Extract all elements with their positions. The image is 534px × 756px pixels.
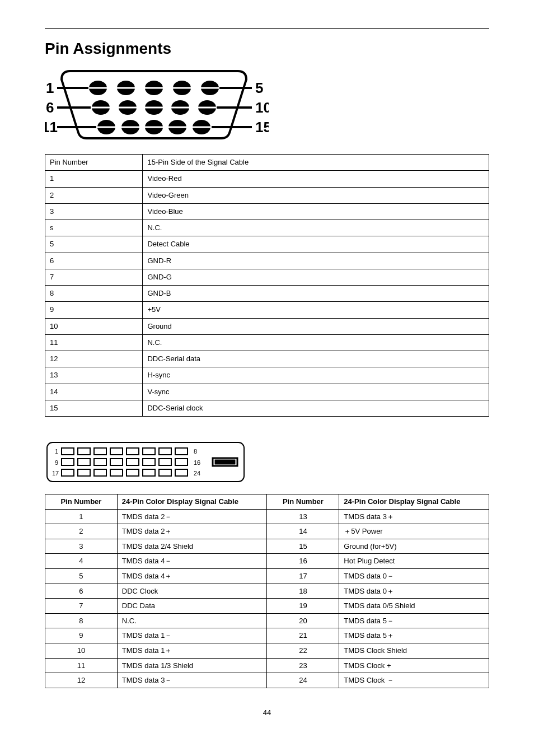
dvi-connector-diagram: 1 8 9 16 17 24 <box>45 440 246 484</box>
svg-rect-51 <box>159 459 171 465</box>
svg-rect-54 <box>78 469 90 476</box>
pin-number-cell: 11 <box>45 658 118 673</box>
signal-cell: TMDS data 0/5 Shield <box>339 599 489 614</box>
vga-label-6: 6 <box>46 99 54 116</box>
pin-number-cell: 18 <box>267 584 339 599</box>
svg-rect-42 <box>143 448 155 455</box>
svg-rect-48 <box>110 459 123 465</box>
signal-cell: TMDS Clock Shield <box>339 643 489 658</box>
dvi-label-17: 17 <box>52 470 59 477</box>
vga-pin-table: Pin Number 15-Pin Side of the Signal Cab… <box>45 154 489 417</box>
page-body: Pin Assignments <box>0 40 534 734</box>
pin-number-cell: 14 <box>45 384 143 400</box>
pin-number-cell: 19 <box>267 599 339 614</box>
table-row: 14V-sync <box>45 384 489 400</box>
table-row: 12DDC-Serial data <box>45 351 489 367</box>
table-row: 2TMDS data 2＋14＋5V Power <box>45 524 489 539</box>
table-row: 4TMDS data 4－16Hot Plug Detect <box>45 554 489 569</box>
signal-cell: N.C. <box>143 220 489 236</box>
vga-label-1: 1 <box>46 80 54 96</box>
signal-cell: Detect Cable <box>143 236 489 253</box>
table-row: 10TMDS data 1＋22TMDS Clock Shield <box>45 643 489 658</box>
svg-rect-37 <box>62 448 74 455</box>
top-rule <box>45 28 489 29</box>
svg-rect-41 <box>127 448 139 455</box>
page-title: Pin Assignments <box>45 40 489 58</box>
table-row: 9TMDS data 1－21TMDS data 5＋ <box>45 628 489 643</box>
svg-rect-52 <box>175 459 188 465</box>
svg-rect-46 <box>78 459 90 465</box>
table-row: 9+5V <box>45 302 489 318</box>
table-row: 2Video-Green <box>45 187 489 203</box>
pin-number-cell: 8 <box>45 286 143 302</box>
signal-cell: N.C. <box>117 613 267 628</box>
pin-number-cell: 2 <box>45 524 118 539</box>
table-row: 3Video-Blue <box>45 203 489 220</box>
signal-cell: DDC-Serial clock <box>143 400 489 416</box>
signal-cell: TMDS data 1＋ <box>117 643 267 658</box>
header-signal-left: 24-Pin Color Display Signal Cable <box>117 494 267 510</box>
table-row: Pin Number 24-Pin Color Display Signal C… <box>45 494 489 510</box>
signal-cell: DDC Data <box>117 599 267 614</box>
svg-rect-60 <box>175 469 188 476</box>
svg-rect-40 <box>110 448 123 455</box>
signal-cell: N.C. <box>143 334 489 351</box>
header-pin-number-right: Pin Number <box>267 494 339 510</box>
vga-connector-diagram: 1 6 11 5 10 15 <box>45 66 269 144</box>
svg-rect-47 <box>94 459 106 465</box>
svg-rect-45 <box>62 459 74 465</box>
dvi-label-16: 16 <box>194 459 200 466</box>
signal-cell: TMDS data 3－ <box>117 673 267 688</box>
table-row: 6GND-R <box>45 253 489 269</box>
svg-rect-38 <box>78 448 90 455</box>
svg-rect-50 <box>143 459 155 465</box>
svg-rect-55 <box>94 469 106 476</box>
svg-rect-59 <box>159 469 171 476</box>
pin-number-cell: 20 <box>267 613 339 628</box>
pin-number-cell: 12 <box>45 351 143 367</box>
signal-cell: Hot Plug Detect <box>339 554 489 569</box>
pin-number-cell: 13 <box>267 509 339 524</box>
pin-number-cell: 7 <box>45 269 143 285</box>
pin-number-cell: 1 <box>45 171 143 187</box>
pin-number-cell: 17 <box>267 568 339 584</box>
signal-cell: Ground (for+5V) <box>339 539 489 554</box>
pin-number-cell: 5 <box>45 568 118 584</box>
signal-cell: TMDS data 3＋ <box>339 509 489 524</box>
pin-number-cell: 10 <box>45 643 118 658</box>
signal-cell: Video-Green <box>143 187 489 203</box>
signal-cell: Video-Blue <box>143 203 489 220</box>
signal-cell: GND-B <box>143 286 489 302</box>
pin-number-cell: 2 <box>45 187 143 203</box>
pin-number-cell: 5 <box>45 236 143 253</box>
signal-cell: TMDS data 4＋ <box>117 568 267 584</box>
header-pin-number-left: Pin Number <box>45 494 118 510</box>
pin-number-cell: s <box>45 220 143 236</box>
vga-label-11: 11 <box>45 119 58 136</box>
signal-cell: Ground <box>143 318 489 334</box>
table-row: 3TMDS data 2/4 Shield15Ground (for+5V) <box>45 539 489 554</box>
signal-cell: TMDS data 0－ <box>339 568 489 584</box>
table-row: 7DDC Data19TMDS data 0/5 Shield <box>45 599 489 614</box>
svg-rect-57 <box>127 469 139 476</box>
pin-number-cell: 6 <box>45 253 143 269</box>
svg-rect-39 <box>94 448 106 455</box>
signal-cell: H-sync <box>143 367 489 384</box>
pin-number-cell: 4 <box>45 554 118 569</box>
table-row: 13H-sync <box>45 367 489 384</box>
table-row: 8N.C.20TMDS data 5－ <box>45 613 489 628</box>
pin-number-cell: 6 <box>45 584 118 599</box>
dvi-label-9: 9 <box>55 459 58 466</box>
table-row: 7GND-G <box>45 269 489 285</box>
pin-number-cell: 21 <box>267 628 339 643</box>
svg-rect-49 <box>127 459 139 465</box>
table-row: 1TMDS data 2－13TMDS data 3＋ <box>45 509 489 524</box>
signal-cell: DDC-Serial data <box>143 351 489 367</box>
header-pin-number: Pin Number <box>45 155 143 171</box>
pin-number-cell: 22 <box>267 643 339 658</box>
signal-cell: DDC Clock <box>117 584 267 599</box>
pin-number-cell: 16 <box>267 554 339 569</box>
signal-cell: +5V <box>143 302 489 318</box>
pin-number-cell: 9 <box>45 302 143 318</box>
table-row: Pin Number 15-Pin Side of the Signal Cab… <box>45 155 489 171</box>
